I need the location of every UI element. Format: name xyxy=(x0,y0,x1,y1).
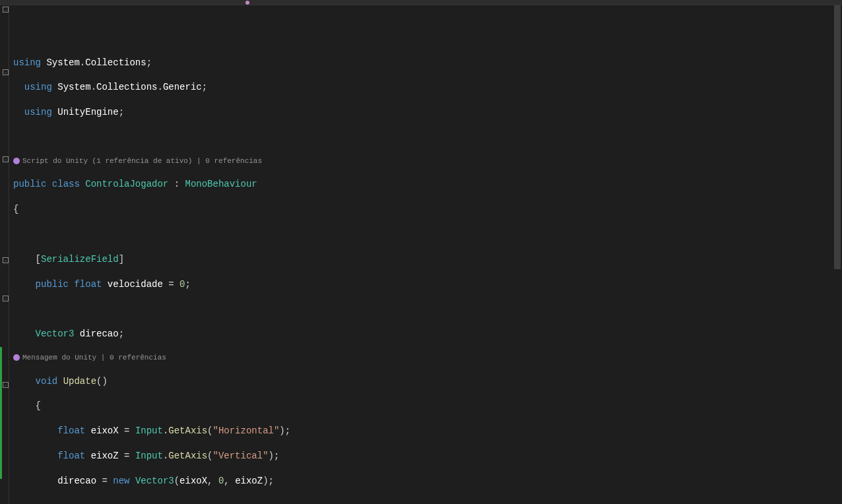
change-marker xyxy=(0,347,2,479)
fold-toggle[interactable]: - xyxy=(3,69,9,75)
scroll-thumb[interactable] xyxy=(834,5,841,269)
tab-2[interactable] xyxy=(238,0,548,5)
tab-1[interactable] xyxy=(0,0,238,5)
unity-orb-icon xyxy=(13,158,20,164)
vertical-scrollbar[interactable] xyxy=(833,5,842,504)
fold-toggle[interactable]: - xyxy=(3,296,9,301)
codelens-update[interactable]: Mensagem do Unity | 0 referências xyxy=(12,353,842,363)
tab-3[interactable] xyxy=(548,0,564,5)
tab-bar xyxy=(0,0,842,5)
tab-icon xyxy=(245,1,249,5)
fold-toggle[interactable]: - xyxy=(3,257,9,263)
codelens-class[interactable]: Script do Unity (1 referência de ativo) … xyxy=(12,156,842,166)
code-editor[interactable]: - - - - - - using System.Collections; us… xyxy=(0,5,842,504)
fold-toggle[interactable]: - xyxy=(3,7,9,13)
unity-orb-icon xyxy=(13,354,20,361)
fold-toggle[interactable]: - xyxy=(3,156,9,162)
fold-toggle[interactable]: - xyxy=(3,382,9,388)
kw-using: using xyxy=(13,57,41,68)
method-update: Update xyxy=(63,376,96,387)
class-name: ControlaJogador xyxy=(85,179,168,189)
